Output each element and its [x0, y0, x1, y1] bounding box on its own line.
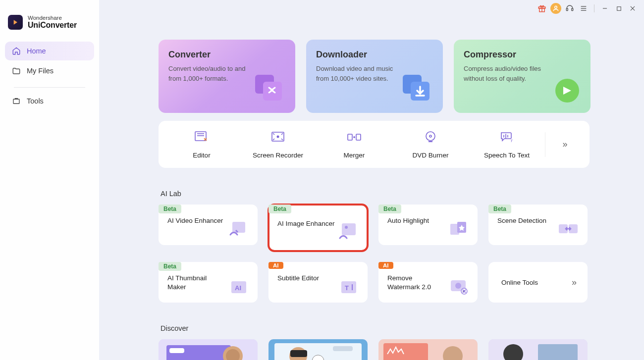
remove-watermark-icon — [446, 274, 471, 299]
svg-rect-55 — [333, 346, 353, 351]
support-icon[interactable] — [564, 3, 575, 14]
hero-compressor[interactable]: Compressor Compress audio/video files wi… — [454, 40, 590, 113]
video-enhancer-icon — [226, 216, 251, 241]
discover-item-1[interactable] — [159, 339, 258, 360]
thumbnail-maker-icon: AI — [226, 274, 251, 299]
card-title: AI Image Enhancer — [277, 219, 335, 228]
svg-point-27 — [426, 132, 435, 141]
card-title: Remove Watermark 2.0 — [387, 274, 446, 292]
card-online-tools[interactable]: Online Tools » — [488, 262, 588, 303]
beta-badge: Beta — [268, 205, 291, 213]
card-title: AI Thumbnail Maker — [167, 274, 226, 292]
minimize-button[interactable] — [599, 3, 610, 14]
sidebar: Wondershare UniConverter Home My Files T… — [0, 0, 99, 360]
hero-converter-title: Converter — [168, 50, 285, 60]
tool-more-button[interactable]: » — [545, 132, 585, 157]
card-auto-highlight[interactable]: Beta Auto Highlight — [378, 205, 478, 245]
auto-highlight-icon — [446, 216, 471, 241]
card-remove-watermark[interactable]: AI Remove Watermark 2.0 — [378, 262, 478, 303]
svg-rect-3 — [566, 8, 568, 11]
card-title: Subtitle Editor — [277, 274, 319, 283]
tool-dvd-burner-label: DVD Burner — [413, 152, 449, 159]
card-title: AI Video Enhancer — [167, 216, 223, 225]
svg-point-43 — [455, 283, 461, 289]
tool-dvd-burner[interactable]: DVD Burner — [392, 130, 469, 159]
discover-item-3[interactable] — [378, 339, 478, 360]
card-ai-image-enhancer[interactable]: Beta AI Image Enhancer — [268, 205, 368, 251]
tool-speech-to-text-label: Speech To Text — [484, 152, 530, 159]
hero-compressor-title: Compressor — [464, 50, 581, 60]
chevron-right-icon: » — [562, 139, 567, 150]
ai-badge: AI — [268, 262, 283, 269]
svg-point-32 — [345, 226, 348, 229]
svg-point-22 — [277, 136, 279, 138]
compressor-illustration-icon — [543, 65, 588, 110]
discover-item-2[interactable] — [268, 339, 368, 360]
discover-title: Discover — [161, 324, 644, 332]
svg-rect-47 — [169, 348, 184, 353]
downloader-illustration-icon — [395, 65, 440, 110]
converter-illustration-icon — [248, 65, 292, 110]
beta-badge: Beta — [378, 205, 401, 213]
tool-merger[interactable]: Merger — [316, 130, 392, 159]
tool-merger-label: Merger — [344, 152, 365, 159]
beta-badge: Beta — [159, 205, 181, 213]
nav-tools-label: Tools — [27, 97, 44, 105]
svg-point-28 — [429, 135, 431, 137]
card-subtitle-editor[interactable]: AI Subtitle Editor T — [268, 262, 368, 303]
brand-big: UniConverter — [28, 21, 77, 30]
svg-rect-24 — [356, 134, 361, 140]
hero-downloader[interactable]: Downloader Download video and music from… — [306, 40, 443, 113]
tool-editor[interactable]: Editor — [163, 130, 240, 159]
menu-icon[interactable] — [578, 3, 589, 14]
maximize-button[interactable] — [613, 3, 624, 14]
hero-downloader-title: Downloader — [316, 50, 433, 60]
discover-item-4[interactable] — [488, 339, 588, 360]
image-enhancer-icon — [336, 219, 361, 244]
ailab-title: AI Lab — [161, 190, 644, 198]
svg-text:T: T — [345, 284, 349, 292]
svg-rect-61 — [538, 344, 578, 360]
svg-rect-4 — [572, 8, 573, 11]
nav-home[interactable]: Home — [5, 42, 94, 60]
card-title: Scene Detection — [497, 216, 546, 225]
tool-editor-label: Editor — [193, 152, 210, 159]
hero-converter[interactable]: Converter Convert video/audio to and fro… — [159, 40, 295, 113]
svg-point-2 — [555, 6, 557, 8]
svg-rect-53 — [290, 350, 307, 357]
online-tools-label: Online Tools — [501, 279, 538, 286]
app-logo: Wondershare UniConverter — [0, 15, 99, 40]
account-icon[interactable] — [550, 3, 561, 14]
nav-tools[interactable]: Tools — [5, 92, 94, 110]
hero-converter-desc: Convert video/audio to and from 1,000+ f… — [168, 64, 255, 83]
tool-speech-to-text[interactable]: T Speech To Text — [469, 130, 545, 159]
card-ai-thumbnail-maker[interactable]: Beta AI Thumbnail Maker AI — [159, 262, 258, 303]
svg-rect-23 — [348, 134, 352, 140]
svg-rect-12 — [13, 99, 19, 103]
svg-rect-39 — [341, 281, 356, 293]
scene-detection-icon — [556, 216, 581, 241]
card-ai-video-enhancer[interactable]: Beta AI Video Enhancer — [159, 205, 258, 245]
svg-rect-57 — [383, 343, 428, 360]
close-button[interactable] — [627, 3, 638, 14]
svg-rect-18 — [195, 132, 206, 141]
brand-small: Wondershare — [28, 15, 77, 21]
main-content: Converter Convert video/audio to and fro… — [99, 17, 644, 360]
gift-icon[interactable] — [537, 3, 547, 14]
ai-badge: AI — [378, 262, 393, 269]
hero-downloader-desc: Download video and music from 10,000+ vi… — [316, 64, 403, 83]
card-scene-detection[interactable]: Beta Scene Detection — [488, 205, 588, 245]
svg-text:AI: AI — [235, 284, 241, 292]
svg-rect-30 — [232, 222, 245, 233]
nav-home-label: Home — [27, 47, 46, 55]
nav-myfiles[interactable]: My Files — [5, 61, 94, 80]
tool-screen-recorder-label: Screen Recorder — [253, 152, 303, 159]
tool-screen-recorder[interactable]: Screen Recorder — [240, 130, 316, 159]
beta-badge: Beta — [159, 262, 181, 271]
beta-badge: Beta — [488, 205, 511, 213]
svg-rect-9 — [617, 6, 621, 10]
nav-myfiles-label: My Files — [27, 67, 54, 75]
card-title: Auto Highlight — [387, 216, 429, 225]
svg-rect-31 — [342, 223, 356, 235]
hero-compressor-desc: Compress audio/video files without loss … — [464, 64, 550, 83]
